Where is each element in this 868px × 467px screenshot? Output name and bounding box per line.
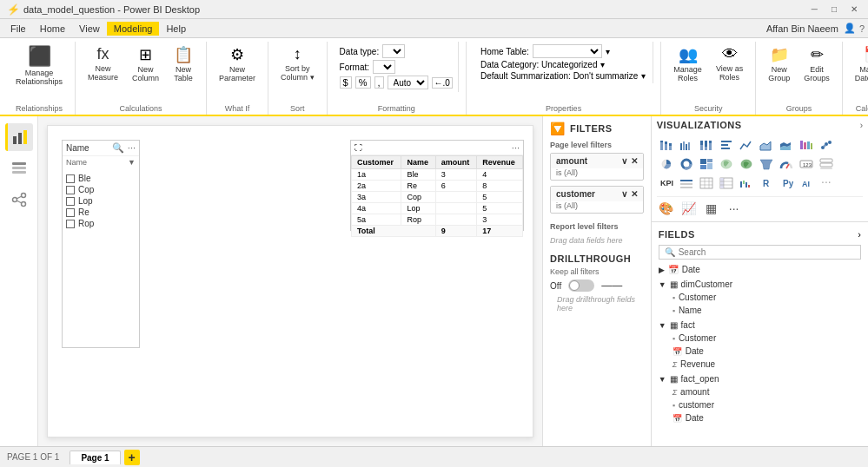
viz-icon-donut[interactable] [677, 155, 696, 174]
slicer-checkbox-lop[interactable] [66, 197, 75, 206]
slicer-search-icon[interactable]: 🔍 [112, 142, 124, 154]
field-item-fact-open-amount[interactable]: Σ amount [652, 385, 868, 398]
slicer-checkbox-rop[interactable] [66, 220, 75, 228]
canvas-area[interactable]: Name 🔍 ··· Name ▼ Ble [38, 116, 542, 446]
new-column-btn[interactable]: ⊞ NewColumn [127, 43, 164, 85]
field-item-fact-open-date[interactable]: 📅 Date [652, 411, 868, 424]
new-parameter-btn[interactable]: ⚙ NewParameter [214, 43, 261, 85]
menu-home[interactable]: Home [33, 22, 72, 36]
viz-icon-table[interactable] [697, 174, 716, 193]
percent-btn[interactable]: % [355, 76, 371, 89]
field-item-fact-revenue[interactable]: Σ Revenue [652, 358, 868, 371]
viz-icon-stacked-area[interactable] [777, 135, 796, 155]
viz-icon-gauge[interactable] [777, 155, 796, 174]
viz-icon-more[interactable]: ··· [817, 174, 836, 193]
comma-btn[interactable]: , [374, 76, 384, 89]
new-group-btn[interactable]: 📁 NewGroup [763, 43, 795, 85]
field-item-dimcustomer-customer[interactable]: ▪ Customer [652, 291, 868, 304]
minimize-btn[interactable]: ─ [808, 4, 821, 14]
viz-icon-r-visual[interactable]: R [757, 174, 776, 193]
sidebar-icon-report[interactable] [5, 123, 33, 151]
slicer-expand-icon[interactable]: ▼ [128, 158, 136, 167]
manage-relationships-btn[interactable]: ⬛ ManageRelationships [10, 43, 68, 89]
new-measure-btn[interactable]: fx NewMeasure [83, 43, 123, 84]
add-page-btn[interactable]: + [124, 450, 140, 465]
customer-clear-icon[interactable]: ✕ [631, 189, 638, 199]
menu-file[interactable]: File [3, 22, 33, 36]
customer-expand-icon[interactable]: ∨ [621, 189, 627, 199]
field-item-fact-open-customer[interactable]: ▪ customer [652, 398, 868, 411]
amount-clear-icon[interactable]: ✕ [631, 156, 638, 166]
sidebar-icon-model[interactable] [5, 186, 33, 214]
viz-icon-funnel[interactable] [757, 155, 776, 174]
menu-modeling[interactable]: Modeling [107, 22, 160, 36]
viz-icon-pie[interactable] [657, 155, 676, 174]
viz-format-icon[interactable]: 🎨 [657, 199, 676, 218]
search-input[interactable] [679, 247, 855, 257]
viz-fields-icon[interactable]: ▦ [702, 199, 721, 218]
viz-more-options-icon[interactable]: ··· [725, 199, 744, 218]
field-item-fact-customer[interactable]: ▪ Customer [652, 332, 868, 345]
slicer-item[interactable]: Rop [66, 219, 136, 228]
viz-icon-multi-row-card[interactable] [817, 155, 836, 174]
viz-icon-card[interactable]: 123 [797, 155, 816, 174]
viz-icon-treemap[interactable] [697, 155, 716, 174]
viz-analytics-icon[interactable]: 📈 [679, 199, 699, 218]
dimcustomer-group-header[interactable]: ▼ ▦ dimCustomer [652, 278, 868, 291]
viz-icon-line[interactable] [737, 135, 756, 155]
viz-icon-bar-horizontal[interactable] [717, 135, 736, 155]
fact-open-group-header[interactable]: ▼ ▦ fact_open [652, 372, 868, 385]
mark-date-table-btn[interactable]: 📅 Mark asDate Table [850, 43, 868, 85]
toggle-track[interactable] [568, 280, 594, 292]
data-type-select[interactable] [382, 44, 405, 58]
format-select[interactable] [373, 60, 395, 74]
viz-icon-clustered-bar[interactable] [677, 135, 696, 155]
slicer-panel[interactable]: Name 🔍 ··· Name ▼ Ble [62, 140, 140, 348]
viz-icon-ribbon[interactable] [797, 135, 816, 155]
sidebar-icon-data[interactable] [5, 155, 33, 182]
viz-icon-kpi[interactable]: KPI [657, 174, 676, 193]
viz-icon-slicer[interactable] [677, 174, 696, 193]
date-group-header[interactable]: ▶ 📅 Date [652, 263, 868, 276]
viz-icon-filled-map[interactable] [737, 155, 756, 174]
viz-icon-ai[interactable]: AI [797, 174, 816, 193]
table-panel[interactable]: ⛶ ··· Customer Name amount Revenue [350, 140, 524, 231]
field-item-dimcustomer-name[interactable]: ▪ Name [652, 304, 868, 317]
viz-icon-matrix[interactable] [717, 174, 736, 193]
viz-icon-map[interactable] [717, 155, 736, 174]
slicer-item[interactable]: Cop [66, 185, 136, 194]
table-more-icon[interactable]: ··· [512, 142, 520, 153]
new-table-btn[interactable]: 📋 NewTable [168, 43, 199, 85]
sort-by-column-btn[interactable]: ↕ Sort byColumn ▾ [275, 43, 320, 84]
slicer-more-icon[interactable]: ··· [128, 142, 136, 154]
menu-help[interactable]: Help [159, 22, 193, 36]
viz-icon-stacked-bar[interactable] [657, 135, 676, 155]
viz-icon-area[interactable] [757, 135, 776, 155]
slicer-item[interactable]: Ble [66, 174, 136, 183]
field-item-fact-date[interactable]: 📅 Date [652, 345, 868, 358]
home-table-select[interactable] [533, 44, 602, 58]
viz-icon-waterfall[interactable] [737, 174, 756, 193]
slicer-item-label-rop: Rop [78, 219, 94, 228]
slicer-checkbox-re[interactable] [66, 208, 75, 217]
slicer-item[interactable]: Re [66, 207, 136, 217]
viz-icon-scatter[interactable] [817, 135, 836, 155]
viz-icon-python[interactable]: Py [777, 174, 796, 193]
amount-expand-icon[interactable]: ∨ [621, 156, 627, 166]
dollar-btn[interactable]: $ [340, 76, 352, 89]
fact-group-header[interactable]: ▼ ▦ fact [652, 319, 868, 332]
manage-roles-btn[interactable]: 👥 ManageRoles [668, 43, 707, 85]
view-as-roles-btn[interactable]: 👁 View asRoles [711, 43, 748, 84]
menu-view[interactable]: View [72, 22, 107, 36]
page-1-tab[interactable]: Page 1 [70, 451, 120, 464]
slicer-item[interactable]: Lop [66, 196, 136, 206]
slicer-checkbox-cop[interactable] [66, 186, 75, 194]
slicer-checkbox-ble[interactable] [66, 174, 75, 183]
viz-icon-100pct-bar[interactable] [697, 135, 716, 155]
auto-select[interactable]: Auto [388, 76, 428, 89]
close-btn[interactable]: ✕ [847, 4, 861, 14]
decrease-decimal-btn[interactable]: ←.0 [432, 77, 453, 89]
search-box[interactable]: 🔍 [659, 245, 861, 260]
maximize-btn[interactable]: □ [828, 4, 840, 14]
edit-groups-btn[interactable]: ✏ EditGroups [798, 43, 835, 85]
